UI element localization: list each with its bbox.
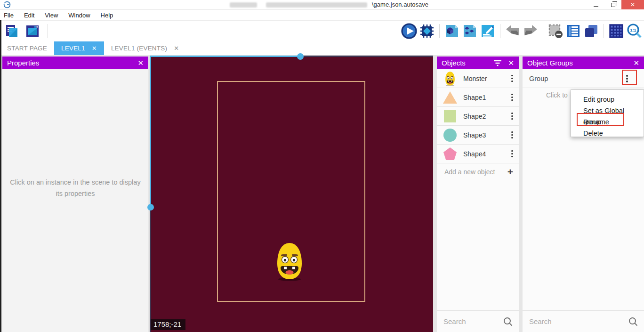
menu-edit[interactable]: Edit	[24, 12, 40, 19]
filter-icon[interactable]	[493, 59, 502, 67]
undo-button[interactable]	[505, 23, 521, 39]
properties-panel: Properties ✕ Click on an instance in the…	[2, 57, 148, 332]
close-window-icon: ✕	[630, 1, 635, 8]
window-title: \game.json.autosave	[372, 1, 428, 8]
resize-handle-top[interactable]	[297, 53, 304, 60]
close-panel-icon[interactable]: ✕	[137, 59, 144, 67]
edit-scene-button[interactable]	[480, 23, 496, 39]
plus-icon: +	[507, 166, 513, 178]
objects-panel: Objects ✕	[437, 57, 519, 332]
object-row-shape3[interactable]: Shape3	[437, 126, 519, 145]
menu-file[interactable]: File	[4, 12, 19, 19]
svg-text:1:1: 1:1	[630, 28, 636, 32]
scene-top-selection-line	[150, 56, 301, 57]
grid-button[interactable]	[608, 23, 624, 39]
objects-header: Objects ✕	[437, 57, 519, 69]
tab-close-icon[interactable]: ✕	[174, 45, 179, 52]
deselect-instances-button[interactable]	[547, 23, 564, 39]
layers-button[interactable]	[583, 23, 599, 39]
scene-canvas[interactable]: 1758;-21	[150, 56, 433, 332]
square-shape-icon	[444, 110, 456, 122]
object-menu-kebab-icon[interactable]	[509, 111, 515, 122]
add-object-label: Add a new object	[444, 168, 495, 176]
scene-left-edge-line	[150, 207, 151, 332]
close-window-button[interactable]: ✕	[621, 0, 644, 9]
object-row-monster[interactable]: Monster	[437, 69, 519, 88]
properties-header: Properties ✕	[2, 57, 148, 69]
annotation-box-rename	[577, 113, 624, 126]
project-manager-icon	[4, 24, 19, 39]
window-left-edge	[0, 20, 1, 332]
zoom-1-1-button[interactable]: 1:1	[626, 23, 642, 39]
start-page-button[interactable]	[24, 23, 40, 39]
undo-icon	[505, 23, 521, 39]
menu-item-edit-group[interactable]: Edit group	[571, 94, 644, 105]
menu-help[interactable]: Help	[101, 12, 119, 19]
debug-button[interactable]	[419, 23, 435, 39]
object-row-shape2[interactable]: Shape2	[437, 107, 519, 126]
menu-window[interactable]: Window	[68, 12, 95, 19]
close-panel-icon[interactable]: ✕	[633, 59, 639, 67]
monster-thumbnail-icon	[444, 71, 456, 86]
gdevelop-window: \game.json.autosave ✕ File Edit View Win…	[0, 0, 644, 332]
object-groups-panel: Object Groups ✕ Group Click to Edit grou…	[523, 57, 644, 332]
edit-pencil-icon	[480, 24, 495, 39]
groups-search-input[interactable]	[529, 317, 614, 325]
redacted-title-text	[230, 2, 257, 8]
search-icon	[628, 316, 638, 327]
menu-view[interactable]: View	[45, 12, 63, 19]
object-menu-kebab-icon[interactable]	[509, 148, 515, 160]
add-object-icon	[444, 24, 459, 39]
object-name: Monster	[463, 75, 487, 82]
object-name: Shape1	[463, 94, 486, 101]
play-icon	[401, 23, 417, 39]
play-button[interactable]	[401, 23, 417, 39]
object-name: Shape3	[463, 131, 486, 139]
objects-search-input[interactable]	[443, 317, 501, 325]
restore-icon	[611, 3, 615, 7]
object-row-shape1[interactable]: Shape1	[437, 88, 519, 107]
instances-list-button[interactable]	[565, 23, 581, 39]
tab-label: LEVEL1 (EVENTS)	[111, 45, 167, 52]
add-objects-button[interactable]	[462, 23, 478, 39]
monster-instance[interactable]	[274, 242, 305, 281]
cursor-coordinates: 1758;-21	[151, 319, 185, 330]
toolbar: 1:1	[0, 21, 644, 41]
triangle-shape-icon	[443, 91, 457, 104]
toolbar-divider	[48, 24, 48, 38]
add-objects-icon	[462, 24, 477, 39]
zoom-1-1-icon: 1:1	[626, 23, 642, 39]
minimize-button[interactable]	[588, 0, 604, 9]
object-menu-kebab-icon[interactable]	[509, 73, 515, 84]
objects-search-row	[437, 310, 519, 332]
minimize-icon	[594, 6, 598, 7]
tab-close-icon[interactable]: ✕	[92, 45, 97, 52]
resize-handle-left[interactable]	[147, 204, 154, 211]
close-panel-icon[interactable]: ✕	[508, 59, 514, 67]
tab-start-page[interactable]: START PAGE	[0, 41, 54, 55]
object-menu-kebab-icon[interactable]	[509, 92, 515, 103]
groups-search-row	[523, 310, 644, 332]
object-menu-kebab-icon[interactable]	[509, 130, 515, 141]
objects-title: Objects	[442, 59, 466, 67]
object-row-shape4[interactable]: Shape4	[437, 145, 519, 163]
redo-button[interactable]	[523, 23, 539, 39]
add-object-button[interactable]	[444, 23, 460, 39]
object-groups-header: Object Groups ✕	[523, 57, 644, 69]
project-manager-button[interactable]	[4, 23, 20, 39]
tab-label: LEVEL1	[61, 45, 85, 52]
editor-content: Properties ✕ Click on an instance in the…	[0, 55, 644, 332]
instances-list-icon	[566, 24, 581, 39]
circle-shape-icon	[443, 129, 457, 142]
properties-title: Properties	[7, 59, 39, 67]
tab-bar: START PAGE LEVEL1 ✕ LEVEL1 (EVENTS) ✕	[0, 41, 644, 55]
restore-button[interactable]	[604, 0, 621, 9]
tab-level1-events[interactable]: LEVEL1 (EVENTS) ✕	[104, 41, 186, 55]
search-icon	[503, 316, 513, 327]
add-object-row[interactable]: Add a new object +	[437, 163, 519, 180]
start-page-window-icon	[25, 24, 40, 39]
scene-top-edge-line	[301, 56, 433, 57]
menu-item-delete[interactable]: Delete	[571, 128, 644, 139]
redo-icon	[523, 23, 539, 39]
tab-level1[interactable]: LEVEL1 ✕	[54, 41, 104, 55]
